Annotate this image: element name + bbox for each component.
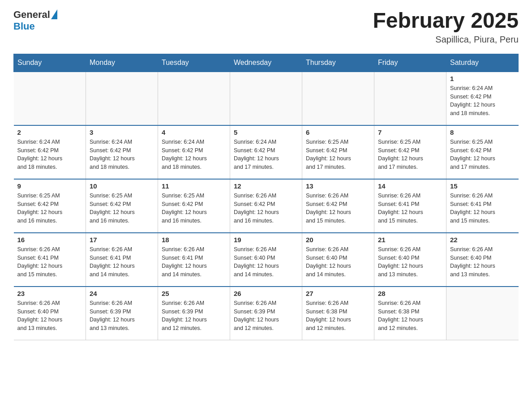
day-info: Sunrise: 6:26 AM Sunset: 6:39 PM Dayligh… xyxy=(234,299,298,333)
day-number: 17 xyxy=(90,236,154,244)
logo-blue: Blue xyxy=(13,21,57,32)
day-info: Sunrise: 6:25 AM Sunset: 6:42 PM Dayligh… xyxy=(162,192,226,225)
calendar-cell: 22Sunrise: 6:26 AM Sunset: 6:40 PM Dayli… xyxy=(446,233,519,287)
calendar-cell: 28Sunrise: 6:26 AM Sunset: 6:38 PM Dayli… xyxy=(374,287,446,340)
day-number: 3 xyxy=(90,128,154,136)
calendar-table: SundayMondayTuesdayWednesdayThursdayFrid… xyxy=(13,54,519,341)
calendar-cell: 14Sunrise: 6:26 AM Sunset: 6:41 PM Dayli… xyxy=(374,179,446,233)
header-friday: Friday xyxy=(374,54,446,72)
month-title: February 2025 xyxy=(373,9,519,33)
calendar-cell: 17Sunrise: 6:26 AM Sunset: 6:41 PM Dayli… xyxy=(86,233,158,287)
day-number: 25 xyxy=(162,290,226,297)
day-number: 24 xyxy=(90,290,154,297)
calendar-cell: 5Sunrise: 6:24 AM Sunset: 6:42 PM Daylig… xyxy=(230,125,302,179)
day-info: Sunrise: 6:26 AM Sunset: 6:40 PM Dayligh… xyxy=(17,299,82,333)
day-number: 20 xyxy=(306,236,370,244)
day-info: Sunrise: 6:26 AM Sunset: 6:38 PM Dayligh… xyxy=(306,299,370,333)
calendar-cell: 10Sunrise: 6:25 AM Sunset: 6:42 PM Dayli… xyxy=(86,179,158,233)
calendar-cell xyxy=(302,72,374,125)
day-info: Sunrise: 6:24 AM Sunset: 6:42 PM Dayligh… xyxy=(450,84,515,118)
calendar-cell: 21Sunrise: 6:26 AM Sunset: 6:40 PM Dayli… xyxy=(374,233,446,287)
week-row-5: 23Sunrise: 6:26 AM Sunset: 6:40 PM Dayli… xyxy=(14,287,519,340)
header-tuesday: Tuesday xyxy=(158,54,230,72)
day-info: Sunrise: 6:25 AM Sunset: 6:42 PM Dayligh… xyxy=(450,138,515,171)
calendar-header: SundayMondayTuesdayWednesdayThursdayFrid… xyxy=(14,54,519,72)
day-info: Sunrise: 6:26 AM Sunset: 6:39 PM Dayligh… xyxy=(162,299,226,333)
day-number: 6 xyxy=(306,128,370,136)
day-info: Sunrise: 6:26 AM Sunset: 6:42 PM Dayligh… xyxy=(306,192,370,225)
calendar-cell xyxy=(86,72,158,125)
day-info: Sunrise: 6:26 AM Sunset: 6:38 PM Dayligh… xyxy=(378,299,442,333)
day-info: Sunrise: 6:26 AM Sunset: 6:39 PM Dayligh… xyxy=(90,299,154,333)
day-info: Sunrise: 6:26 AM Sunset: 6:40 PM Dayligh… xyxy=(450,245,515,279)
location-title: Sapillica, Piura, Peru xyxy=(373,34,519,45)
day-number: 23 xyxy=(17,290,82,297)
day-info: Sunrise: 6:26 AM Sunset: 6:42 PM Dayligh… xyxy=(234,192,298,225)
calendar-cell: 8Sunrise: 6:25 AM Sunset: 6:42 PM Daylig… xyxy=(446,125,519,179)
day-number: 11 xyxy=(162,182,226,190)
week-row-3: 9Sunrise: 6:25 AM Sunset: 6:42 PM Daylig… xyxy=(14,179,519,233)
day-info: Sunrise: 6:25 AM Sunset: 6:42 PM Dayligh… xyxy=(378,138,442,171)
logo-triangle-icon xyxy=(51,9,57,19)
calendar-cell xyxy=(14,72,86,125)
header-sunday: Sunday xyxy=(14,54,86,72)
calendar-cell: 20Sunrise: 6:26 AM Sunset: 6:40 PM Dayli… xyxy=(302,233,374,287)
day-info: Sunrise: 6:24 AM Sunset: 6:42 PM Dayligh… xyxy=(162,138,226,171)
title-block: February 2025 Sapillica, Piura, Peru xyxy=(373,9,519,45)
calendar-body: 1Sunrise: 6:24 AM Sunset: 6:42 PM Daylig… xyxy=(14,72,519,340)
calendar-cell: 7Sunrise: 6:25 AM Sunset: 6:42 PM Daylig… xyxy=(374,125,446,179)
day-number: 12 xyxy=(234,182,298,190)
day-info: Sunrise: 6:25 AM Sunset: 6:42 PM Dayligh… xyxy=(306,138,370,171)
calendar-cell: 27Sunrise: 6:26 AM Sunset: 6:38 PM Dayli… xyxy=(302,287,374,340)
calendar-cell: 25Sunrise: 6:26 AM Sunset: 6:39 PM Dayli… xyxy=(158,287,230,340)
day-number: 26 xyxy=(234,290,298,297)
day-info: Sunrise: 6:26 AM Sunset: 6:40 PM Dayligh… xyxy=(378,245,442,279)
calendar-cell: 3Sunrise: 6:24 AM Sunset: 6:42 PM Daylig… xyxy=(86,125,158,179)
calendar-cell: 24Sunrise: 6:26 AM Sunset: 6:39 PM Dayli… xyxy=(86,287,158,340)
calendar-cell: 11Sunrise: 6:25 AM Sunset: 6:42 PM Dayli… xyxy=(158,179,230,233)
day-info: Sunrise: 6:26 AM Sunset: 6:41 PM Dayligh… xyxy=(162,245,226,279)
calendar-cell xyxy=(158,72,230,125)
week-row-4: 16Sunrise: 6:26 AM Sunset: 6:41 PM Dayli… xyxy=(14,233,519,287)
calendar-cell: 13Sunrise: 6:26 AM Sunset: 6:42 PM Dayli… xyxy=(302,179,374,233)
day-number: 8 xyxy=(450,128,515,136)
calendar-cell: 1Sunrise: 6:24 AM Sunset: 6:42 PM Daylig… xyxy=(446,72,519,125)
calendar-cell xyxy=(374,72,446,125)
day-info: Sunrise: 6:26 AM Sunset: 6:41 PM Dayligh… xyxy=(378,192,442,225)
page-header: General Blue February 2025 Sapillica, Pi… xyxy=(13,9,519,45)
calendar-cell xyxy=(446,287,519,340)
calendar-cell: 19Sunrise: 6:26 AM Sunset: 6:40 PM Dayli… xyxy=(230,233,302,287)
header-thursday: Thursday xyxy=(302,54,374,72)
day-number: 2 xyxy=(17,128,82,136)
day-number: 15 xyxy=(450,182,515,190)
day-number: 4 xyxy=(162,128,226,136)
calendar-cell: 23Sunrise: 6:26 AM Sunset: 6:40 PM Dayli… xyxy=(14,287,86,340)
calendar-cell: 15Sunrise: 6:26 AM Sunset: 6:41 PM Dayli… xyxy=(446,179,519,233)
day-number: 9 xyxy=(17,182,82,190)
header-saturday: Saturday xyxy=(446,54,519,72)
day-number: 14 xyxy=(378,182,442,190)
day-info: Sunrise: 6:26 AM Sunset: 6:40 PM Dayligh… xyxy=(306,245,370,279)
calendar-cell: 16Sunrise: 6:26 AM Sunset: 6:41 PM Dayli… xyxy=(14,233,86,287)
day-info: Sunrise: 6:24 AM Sunset: 6:42 PM Dayligh… xyxy=(234,138,298,171)
day-number: 5 xyxy=(234,128,298,136)
day-number: 13 xyxy=(306,182,370,190)
day-number: 10 xyxy=(90,182,154,190)
calendar-cell: 6Sunrise: 6:25 AM Sunset: 6:42 PM Daylig… xyxy=(302,125,374,179)
calendar-cell: 12Sunrise: 6:26 AM Sunset: 6:42 PM Dayli… xyxy=(230,179,302,233)
day-number: 16 xyxy=(17,236,82,244)
day-number: 22 xyxy=(450,236,515,244)
calendar-cell: 2Sunrise: 6:24 AM Sunset: 6:42 PM Daylig… xyxy=(14,125,86,179)
day-info: Sunrise: 6:26 AM Sunset: 6:41 PM Dayligh… xyxy=(90,245,154,279)
day-number: 19 xyxy=(234,236,298,244)
logo: General Blue xyxy=(13,9,57,32)
day-number: 28 xyxy=(378,290,442,297)
day-info: Sunrise: 6:25 AM Sunset: 6:42 PM Dayligh… xyxy=(17,192,82,225)
day-info: Sunrise: 6:26 AM Sunset: 6:41 PM Dayligh… xyxy=(450,192,515,225)
calendar-cell: 4Sunrise: 6:24 AM Sunset: 6:42 PM Daylig… xyxy=(158,125,230,179)
header-row: SundayMondayTuesdayWednesdayThursdayFrid… xyxy=(14,54,519,72)
day-info: Sunrise: 6:24 AM Sunset: 6:42 PM Dayligh… xyxy=(17,138,82,171)
day-number: 18 xyxy=(162,236,226,244)
day-number: 21 xyxy=(378,236,442,244)
day-number: 27 xyxy=(306,290,370,297)
